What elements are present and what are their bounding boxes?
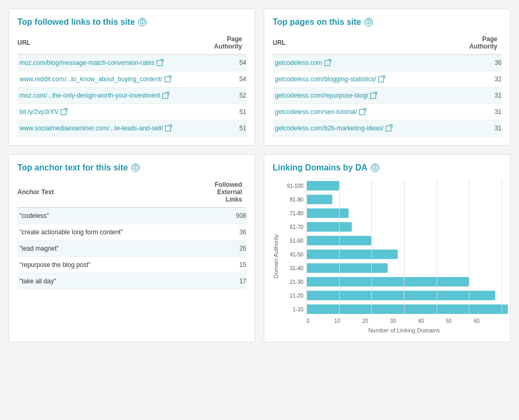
top-pages-table: URL PageAuthority getcodeless.com 36 get… [273,33,502,137]
url-link[interactable]: getcodeless.com/blogging-statistics/ [275,75,465,83]
anchor-text: "codeless" [20,212,49,219]
authority-value: 36 [465,55,502,71]
bar-label: 81-90 [281,197,303,203]
url-text: getcodeless.com/blogging-statistics/ [275,75,376,83]
bar-label: 51-60 [281,238,303,244]
url-text: www.socialmediaexaminer.com/...te-leads-… [20,125,163,132]
bar-track [306,222,502,232]
url-link[interactable]: moz.com/...the-only-design-worth-your-in… [20,92,209,99]
chart-area: Domain Authority 91-10081-9071-8061-7051… [273,179,502,333]
bar-fill [306,236,371,245]
links-value: 908 [204,208,246,224]
table-row: getcodeless.com 36 [273,55,502,71]
url-text: getcodeless.com/seo-tutorial/ [275,108,357,116]
bar-label: 71-80 [281,211,303,216]
authority-value: 31 [465,120,502,137]
external-link-icon [157,60,162,66]
bars-section: 91-10081-9071-8061-7051-6041-5031-4021-3… [281,179,502,316]
url-link[interactable]: getcodeless.com [275,59,465,66]
x-tick: 20 [362,318,390,324]
bars-wrapper: 91-10081-9071-8061-7051-6041-5031-4021-3… [281,179,502,316]
bar-row: 31-40 [281,261,502,275]
top-pages-info-icon[interactable]: ⓘ [364,18,373,26]
bar-track [306,263,502,273]
x-tick: 30 [390,318,418,324]
external-link-icon [165,126,171,131]
external-link-icon [162,93,168,99]
url-text: getcodeless.com/repurpose-blog/ [275,92,368,99]
top-followed-links-info-icon[interactable]: ⓘ [138,18,147,26]
bar-track [306,208,502,218]
links-value: 36 [204,224,246,241]
external-link-icon [61,109,66,115]
authority-value: 51 [209,120,246,137]
url-link[interactable]: moz.com/blog/message-match-conversion-ra… [20,59,209,66]
table-row: getcodeless.com/b2b-marketing-ideas/ 31 [273,120,502,137]
links-value: 15 [204,257,246,273]
table-row: "take all day" 17 [17,273,246,290]
external-link-icon [359,109,365,115]
authority-value: 54 [209,55,246,71]
table-row: moz.com/blog/message-match-conversion-ra… [17,55,246,71]
bar-row: 71-80 [281,206,502,220]
x-tick: 10 [334,318,362,324]
table-row: www.socialmediaexaminer.com/...te-leads-… [17,120,246,137]
bar-label: 21-30 [281,279,303,285]
table-row: "lead magnet" 26 [17,241,246,257]
url-text: bit.ly/2vp3rXV [20,108,59,116]
bar-label: 1-10 [281,307,303,312]
bar-fill [306,263,388,273]
table-row: getcodeless.com/seo-tutorial/ 31 [273,104,502,120]
url-text: getcodeless.com/b2b-marketing-ideas/ [275,125,383,132]
top-followed-links-title-text: Top followed links to this site [17,17,135,27]
url-text: moz.com/blog/message-match-conversion-ra… [20,59,155,66]
top-anchor-text-title-text: Top anchor text for this site [17,163,128,173]
top-anchor-text-title: Top anchor text for this site ⓘ [17,163,246,173]
bar-fill [306,181,339,190]
external-link-icon [378,77,384,82]
authority-value: 31 [465,104,502,120]
page-authority-col-header: PageAuthority [209,33,246,55]
bar-row: 11-20 [281,289,502,302]
table-row: getcodeless.com/repurpose-blog/ 31 [273,88,502,104]
bar-row: 51-60 [281,234,502,247]
bar-label: 91-100 [281,183,303,189]
bar-fill [306,195,332,204]
linking-domains-info-icon[interactable]: ⓘ [371,164,379,172]
url-link[interactable]: www.socialmediaexaminer.com/...te-leads-… [20,125,209,132]
top-anchor-text-info-icon[interactable]: ⓘ [131,164,140,172]
anchor-text: "create actionable long form content" [20,228,123,236]
top-followed-links-title: Top followed links to this site ⓘ [17,17,246,27]
url-link[interactable]: getcodeless.com/b2b-marketing-ideas/ [275,125,465,132]
bar-fill [306,291,495,300]
x-tick: 0 [306,318,334,324]
bar-fill [306,222,352,232]
bar-fill [306,250,398,259]
authority-value: 31 [465,88,502,104]
bar-fill [306,304,508,314]
url-link[interactable]: www.reddit.com/...to_know_about_buying_c… [20,75,209,83]
y-axis-label: Domain Authority [273,234,279,279]
url-link[interactable]: getcodeless.com/seo-tutorial/ [275,108,465,116]
url-col-header: URL [17,33,209,55]
table-row: getcodeless.com/blogging-statistics/ 32 [273,71,502,88]
top-pages-card: Top pages on this site ⓘ URL PageAuthori… [264,8,511,146]
x-tick: 50 [446,318,474,324]
x-axis: 0102030405060 [306,318,502,324]
bar-track [306,277,502,287]
anchor-text: "take all day" [20,278,56,285]
bar-fill [306,277,469,287]
url-text: www.reddit.com/...to_know_about_buying_c… [20,75,162,83]
bar-row: 91-100 [281,179,502,193]
url-link[interactable]: bit.ly/2vp3rXV [20,108,209,116]
bar-row: 41-50 [281,247,502,261]
bar-track [306,291,502,300]
bar-track [306,250,502,259]
authority-value: 54 [209,71,246,88]
bar-fill [306,208,349,218]
external-link-icon [324,60,330,66]
bar-row: 61-70 [281,220,502,234]
links-value: 17 [204,273,246,290]
url-link[interactable]: getcodeless.com/repurpose-blog/ [275,92,465,99]
x-tick: 40 [418,318,446,324]
